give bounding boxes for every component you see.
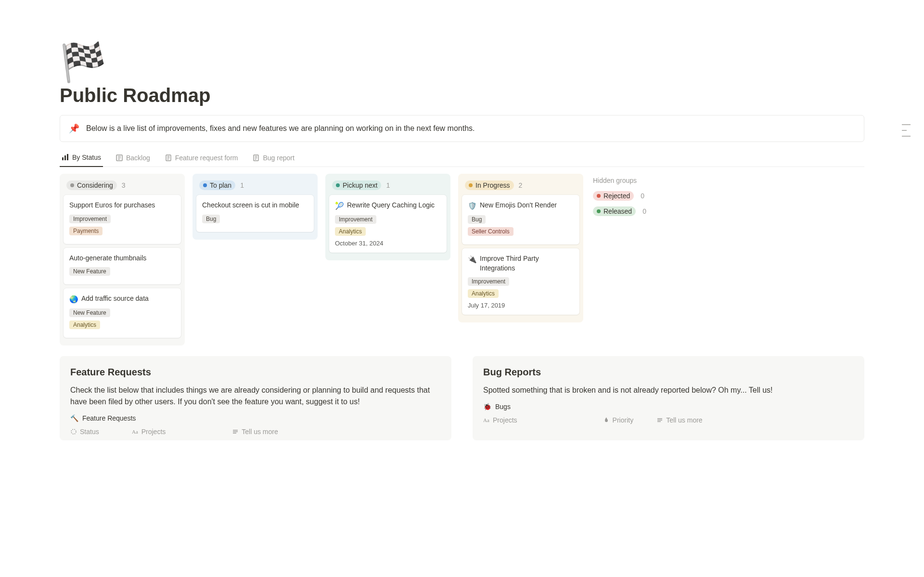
- card-title-text: Add traffic source data: [81, 294, 149, 304]
- card-auto-thumbnails[interactable]: Auto-generate thumbnails New Feature: [64, 248, 181, 285]
- col-label: Status: [80, 428, 99, 436]
- dot-icon: [469, 183, 473, 187]
- shield-icon: 🛡️: [468, 201, 477, 211]
- tag-bug: Bug: [202, 215, 220, 223]
- lines-icon: [656, 417, 663, 423]
- card-support-euros[interactable]: Support Euros for purchases Improvement …: [64, 195, 181, 244]
- column-to-plan[interactable]: To plan 1 Checkout screen is cut in mobi…: [192, 174, 318, 240]
- col-tell-us-more[interactable]: Tell us more: [232, 428, 278, 436]
- panel-bug-reports[interactable]: Bug Reports Spotted something that is br…: [473, 356, 864, 440]
- tag-analytics: Analytics: [335, 227, 366, 236]
- panel-feature-requests[interactable]: Feature Requests Check the list below th…: [60, 356, 451, 440]
- bottom-panels: Feature Requests Check the list below th…: [60, 356, 864, 440]
- column-count: 2: [519, 181, 523, 189]
- tag-analytics: Analytics: [468, 289, 499, 298]
- view-tabs: By Status Backlog Feature request form B…: [60, 151, 864, 167]
- dot-icon: [597, 194, 601, 198]
- col-priority[interactable]: Priority: [603, 416, 634, 424]
- bug-icon: 🐞: [483, 403, 491, 410]
- tag-improvement: Improvement: [468, 277, 509, 286]
- hidden-row-rejected[interactable]: Rejected 0: [593, 191, 646, 201]
- card-title-text: Rewrite Query Caching Logic: [347, 201, 435, 210]
- panel-subhead-label: Bugs: [495, 403, 511, 410]
- card-traffic-source[interactable]: 🌏 Add traffic source data New Feature An…: [64, 288, 181, 338]
- tab-label: Backlog: [126, 154, 150, 162]
- line-icon: [902, 124, 911, 125]
- status-label: To plan: [210, 181, 231, 189]
- col-projects[interactable]: Aa Projects: [132, 428, 166, 436]
- callout[interactable]: 📌 Below is a live list of improvements, …: [60, 115, 864, 142]
- col-projects[interactable]: Aa Projects: [483, 416, 517, 424]
- col-label: Priority: [613, 416, 634, 424]
- column-header[interactable]: Considering 3: [64, 178, 181, 195]
- col-label: Projects: [493, 416, 517, 424]
- hammer-icon: 🔨: [70, 414, 78, 422]
- status-pill-to-plan[interactable]: To plan: [199, 180, 235, 190]
- col-label: Projects: [141, 428, 166, 436]
- card-title-text: Support Euros for purchases: [69, 201, 155, 210]
- column-header[interactable]: In Progress 2: [462, 178, 579, 195]
- panel-title: Feature Requests: [70, 367, 441, 378]
- column-pickup-next[interactable]: Pickup next 1 🎾 Rewrite Query Caching Lo…: [325, 174, 450, 260]
- status-pill-pickup-next[interactable]: Pickup next: [332, 180, 381, 190]
- tag-seller-controls: Seller Controls: [468, 227, 513, 236]
- status-label: In Progress: [475, 181, 510, 189]
- status-label: Pickup next: [343, 181, 377, 189]
- hidden-row-released[interactable]: Released 0: [593, 206, 646, 216]
- column-header[interactable]: To plan 1: [196, 178, 314, 195]
- page-emoji[interactable]: 🏁: [60, 43, 864, 81]
- line-icon: [902, 136, 911, 137]
- card-query-caching[interactable]: 🎾 Rewrite Query Caching Logic Improvemen…: [329, 195, 447, 253]
- outline-handle[interactable]: [902, 124, 911, 137]
- text-icon: Aa: [132, 428, 139, 435]
- tag-analytics: Analytics: [69, 321, 100, 329]
- card-title-text: Checkout screen is cut in mobile: [202, 201, 299, 210]
- tab-bug-report[interactable]: Bug report: [250, 151, 296, 167]
- tab-backlog[interactable]: Backlog: [114, 151, 152, 167]
- tab-feature-request-form[interactable]: Feature request form: [163, 151, 240, 167]
- panel-body: Check the list below that includes thing…: [70, 385, 441, 408]
- svg-rect-0: [62, 157, 64, 160]
- tag-new-feature: New Feature: [69, 267, 110, 276]
- status-pill-in-progress[interactable]: In Progress: [465, 180, 514, 190]
- card-title-text: New Emojis Don't Render: [480, 201, 557, 210]
- col-label: Tell us more: [666, 416, 702, 424]
- column-count: 0: [641, 192, 644, 200]
- card-new-emojis[interactable]: 🛡️ New Emojis Don't Render Bug Seller Co…: [462, 195, 579, 244]
- globe-icon: 🌏: [69, 294, 78, 304]
- list-icon: [116, 154, 123, 162]
- panel-columns: Aa Projects Priority Tell us more: [483, 416, 854, 424]
- kanban-board: Considering 3 Support Euros for purchase…: [60, 174, 864, 346]
- status-pill-considering[interactable]: Considering: [66, 180, 117, 190]
- tag-improvement: Improvement: [69, 215, 111, 223]
- card-checkout-cut[interactable]: Checkout screen is cut in mobile Bug: [196, 195, 314, 232]
- column-count: 3: [122, 181, 126, 189]
- tab-by-status[interactable]: By Status: [60, 151, 103, 167]
- callout-icon: 📌: [69, 123, 79, 134]
- hidden-groups: Hidden groups Rejected 0 Released 0: [591, 174, 648, 225]
- card-third-party[interactable]: 🔌 Improve Third Party Integrations Impro…: [462, 248, 579, 315]
- svg-text:Aa: Aa: [132, 429, 138, 435]
- panel-subhead[interactable]: 🔨 Feature Requests: [70, 414, 441, 422]
- column-count: 1: [386, 181, 390, 189]
- col-status[interactable]: Status: [70, 428, 99, 436]
- column-in-progress[interactable]: In Progress 2 🛡️ New Emojis Don't Render…: [458, 174, 583, 322]
- status-label: Released: [603, 207, 632, 215]
- page-title[interactable]: Public Roadmap: [60, 85, 864, 106]
- dot-icon: [597, 209, 601, 213]
- column-header[interactable]: Pickup next 1: [329, 178, 447, 195]
- column-count: 0: [642, 207, 646, 215]
- status-icon: [70, 428, 77, 435]
- dot-icon: [336, 183, 340, 187]
- panel-subhead[interactable]: 🐞 Bugs: [483, 403, 854, 410]
- callout-text: Below is a live list of improvements, fi…: [86, 124, 475, 133]
- line-icon: [902, 130, 907, 131]
- form-icon: [165, 154, 172, 162]
- tennis-icon: 🎾: [335, 201, 344, 211]
- column-considering[interactable]: Considering 3 Support Euros for purchase…: [60, 174, 185, 346]
- hidden-groups-title[interactable]: Hidden groups: [593, 177, 646, 184]
- status-label: Rejected: [603, 192, 630, 200]
- svg-rect-2: [67, 154, 68, 160]
- col-tell-us-more[interactable]: Tell us more: [656, 416, 702, 424]
- panel-columns: Status Aa Projects Tell us more: [70, 428, 441, 436]
